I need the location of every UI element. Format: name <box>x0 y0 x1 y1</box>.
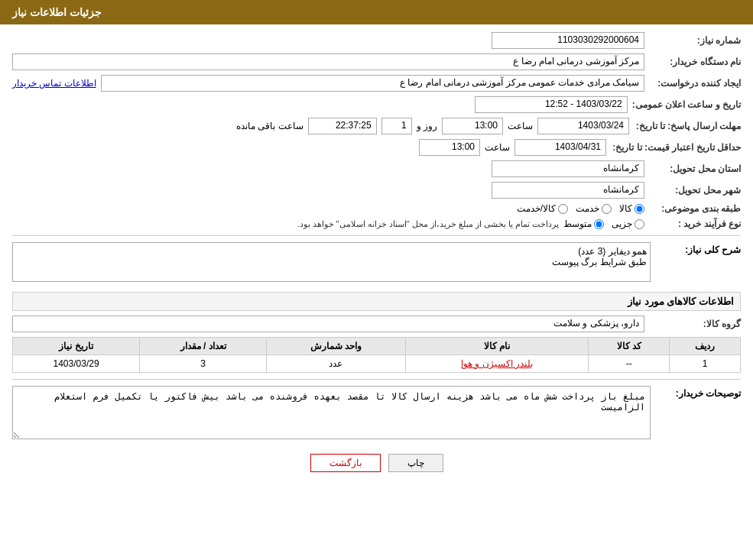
process-type-row: نوع فرآیند خرید : جزیی متوسط پرداخت تمام… <box>12 218 741 229</box>
buyer-org-row: نام دستگاه خریدار: مرکز آموزشی درمانی ام… <box>12 53 741 70</box>
cell-unit: عدد <box>267 355 406 373</box>
need-summary-label: شرح کلی نیاز: <box>657 242 741 255</box>
delivery-city-row: شهر محل تحویل: کرمانشاه <box>12 182 741 199</box>
cell-qty: 3 <box>140 355 267 373</box>
page-title: جزئیات اطلاعات نیاز <box>12 6 102 18</box>
process-motevaset[interactable]: متوسط <box>563 218 604 229</box>
table-row: 1 -- بلندر اکسیژن و هوا عدد 3 1403/03/29 <box>13 355 741 373</box>
cell-date: 1403/03/29 <box>13 355 140 373</box>
response-days-label: روز و <box>417 121 437 131</box>
goods-info-title: اطلاعات کالاهای مورد نیاز <box>12 292 741 311</box>
divider-2 <box>12 379 741 380</box>
creator-value: سیامک مرادی خدمات عمومی مرکز آموزشی درما… <box>101 75 644 92</box>
price-validity-label: حداقل تاریخ اعتبار قیمت: تا تاریخ: <box>611 142 741 153</box>
process-motevaset-radio[interactable] <box>594 219 604 229</box>
col-unit: واحد شمارش <box>267 338 406 355</box>
process-options: جزیی متوسط <box>563 218 644 229</box>
delivery-city-label: شهر محل تحویل: <box>649 185 741 196</box>
category-kala-radio[interactable] <box>635 204 644 214</box>
announce-date-label: تاریخ و ساعت اعلان عمومی: <box>632 99 741 110</box>
response-countdown: 22:37:25 <box>308 118 377 134</box>
buyer-notes-row: توصیحات خریدار: مبلغ باز پرداخت شش ماه م… <box>12 386 741 442</box>
need-number-value: 1103030292000604 <box>492 32 644 49</box>
col-qty: تعداد / مقدار <box>140 338 267 355</box>
delivery-province-row: استان محل تحویل: کرمانشاه <box>12 160 741 177</box>
need-summary-input[interactable]: همو دیفایر (3 عدد) طبق شرایط برگ پیوست <box>12 242 651 282</box>
cell-row: 1 <box>670 355 741 373</box>
col-name: نام کالا <box>405 338 588 355</box>
response-time-label: ساعت <box>508 121 533 131</box>
response-deadline-row: مهلت ارسال پاسخ: تا تاریخ: 1403/03/24 سا… <box>12 118 741 134</box>
category-kala-khedmat[interactable]: کالا/خدمت <box>517 203 568 214</box>
divider-1 <box>12 235 741 236</box>
delivery-province-value: کرمانشاه <box>492 160 644 177</box>
response-time: 13:00 <box>442 118 503 134</box>
cell-name[interactable]: بلندر اکسیژن و هوا <box>405 355 588 373</box>
print-button[interactable]: چاپ <box>388 454 443 472</box>
goods-group-row: گروه کالا: دارو، پزشکی و سلامت <box>12 316 741 332</box>
buyer-notes-input[interactable]: مبلغ باز پرداخت شش ماه می باشد هزینه ارس… <box>12 386 651 439</box>
process-jozi[interactable]: جزیی <box>612 218 644 229</box>
announce-date-value: 1403/03/22 - 12:52 <box>475 96 628 113</box>
category-options: کالا خدمت کالا/خدمت <box>517 203 644 214</box>
col-code: کد کالا <box>589 338 670 355</box>
response-countdown-label: ساعت باقی مانده <box>236 121 303 131</box>
buyer-notes-label: توصیحات خریدار: <box>657 386 741 399</box>
cell-code: -- <box>589 355 670 373</box>
response-deadline-label: مهلت ارسال پاسخ: تا تاریخ: <box>634 121 741 131</box>
col-date: تاریخ نیاز <box>13 338 140 355</box>
category-label: طبقه بندی موضوعی: <box>649 203 741 214</box>
response-date: 1403/03/24 <box>537 118 629 134</box>
contact-link[interactable]: اطلاعات تماس خریدار <box>12 78 96 89</box>
category-kala[interactable]: کالا <box>619 203 644 214</box>
buyer-org-value: مرکز آموزشی درمانی امام رضا ع <box>12 53 644 70</box>
action-buttons: چاپ بازگشت <box>12 454 741 472</box>
price-validity-time: 13:00 <box>419 139 480 156</box>
creator-label: ایجاد کننده درخواست: <box>649 78 741 89</box>
col-row: ردیف <box>670 338 741 355</box>
delivery-city-value: کرمانشاه <box>492 182 644 199</box>
table-header-row: ردیف کد کالا نام کالا واحد شمارش تعداد /… <box>13 338 741 355</box>
delivery-province-label: استان محل تحویل: <box>649 163 741 174</box>
price-validity-row: حداقل تاریخ اعتبار قیمت: تا تاریخ: 1403/… <box>12 139 741 156</box>
category-khedmat[interactable]: خدمت <box>576 203 612 214</box>
goods-group-value: دارو، پزشکی و سلامت <box>12 316 644 332</box>
announce-date-row: تاریخ و ساعت اعلان عمومی: 1403/03/22 - 1… <box>12 96 741 113</box>
price-validity-time-label: ساعت <box>485 142 510 153</box>
need-summary-row: شرح کلی نیاز: همو دیفایر (3 عدد) طبق شرا… <box>12 242 741 284</box>
goods-table: ردیف کد کالا نام کالا واحد شمارش تعداد /… <box>12 337 741 373</box>
page-header: جزئیات اطلاعات نیاز <box>0 0 753 24</box>
need-number-label: شماره نیاز: <box>649 35 741 46</box>
response-days: 1 <box>381 118 412 134</box>
process-desc: پرداخت تمام یا بخشی از مبلغ خرید،از محل … <box>297 219 559 229</box>
need-number-row: شماره نیاز: 1103030292000604 <box>12 32 741 49</box>
goods-group-label: گروه کالا: <box>649 319 741 329</box>
category-row: طبقه بندی موضوعی: کالا خدمت کالا/خدمت <box>12 203 741 214</box>
creator-row: ایجاد کننده درخواست: سیامک مرادی خدمات ع… <box>12 75 741 92</box>
category-khedmat-radio[interactable] <box>602 204 612 214</box>
back-button[interactable]: بازگشت <box>310 454 381 472</box>
process-jozi-radio[interactable] <box>635 219 644 229</box>
buyer-org-label: نام دستگاه خریدار: <box>649 57 741 67</box>
price-validity-date: 1403/04/31 <box>514 139 606 156</box>
process-type-label: نوع فرآیند خرید : <box>649 218 741 229</box>
category-kala-khedmat-radio[interactable] <box>558 204 568 214</box>
